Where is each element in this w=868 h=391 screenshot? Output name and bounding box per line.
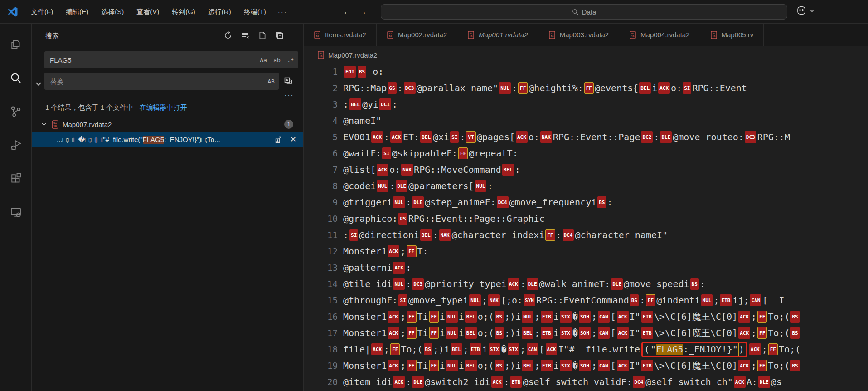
dismiss-result-icon[interactable]: ✕ (290, 135, 296, 144)
tab-Map004.rvdata2[interactable]: 0110Map004.rvdata2 (619, 24, 700, 46)
extensions-icon[interactable] (6, 169, 26, 189)
tab-Items.rvdata2[interactable]: 0110Items.rvdata2 (304, 24, 377, 46)
code-line-8: 8@codeiNUL:DLE@parameters[NUL: (304, 178, 868, 194)
code-text: : (433, 230, 438, 240)
control-char-badge-BS: BS (790, 311, 799, 323)
control-char-badge-DC4: DC4 (497, 196, 509, 208)
command-center-search[interactable]: Data (381, 4, 787, 20)
whole-word-toggle[interactable]: ab (271, 54, 283, 66)
control-char-badge-NUL: NUL (701, 294, 713, 306)
search-result-row-selected[interactable]: ...□;□i□�□;□[□I"# file.write("FLAG5:_ENJ… (32, 132, 303, 147)
tab-Map002.rvdata2[interactable]: 0110Map002.rvdata2 (377, 24, 457, 46)
code-text: o: (389, 164, 400, 175)
code-text: @move_speedi (624, 279, 689, 289)
code-line-11: 11:SI@directioniBEL:NAK@character_indexi… (304, 227, 868, 243)
open-in-editor-link[interactable]: 在编辑器中打开 (140, 103, 187, 111)
source-control-icon[interactable] (6, 102, 26, 122)
line-content: RPG::MapGS:DC3@parallax_name"NUL:FF@heig… (343, 82, 747, 94)
control-char-badge-NUL: NUL (499, 82, 511, 94)
code-text: ; (762, 344, 767, 355)
control-char-badge-ETB: ETB (510, 376, 522, 388)
code-line-1: 1EOTBS o: (304, 64, 868, 80)
control-char-badge-FF: FF (646, 294, 655, 306)
regex-toggle[interactable]: .* (285, 54, 296, 66)
control-char-badge-CAN: CAN (598, 311, 610, 323)
control-char-badge-NUL: NUL (446, 327, 458, 339)
control-char-badge-FF: FF (518, 82, 528, 94)
tab-Map001.rvdata2[interactable]: 0110Map001.rvdata2 (457, 24, 538, 46)
line-content: @throughF:SI@move_typeiNUL;NAK[;o:SYNRPG… (343, 294, 785, 306)
breadcrumb[interactable]: 01 10 Map007.rvdata2 (304, 46, 868, 64)
search-input-box: Aa ab .* (44, 51, 298, 68)
control-char-badge-ETB: ETB (541, 360, 553, 371)
line-content: @waitF:SI@skippableF:FF@repeatT: (343, 147, 518, 159)
copilot-button[interactable] (796, 5, 815, 15)
code-text: :_ENJOY!}")□;To... (164, 136, 220, 144)
run-debug-icon[interactable] (6, 135, 26, 155)
preserve-case-toggle[interactable]: AB (265, 75, 277, 87)
control-char-badge-NUL: NUL (446, 311, 458, 323)
control-char-badge-NUL: NUL (393, 196, 405, 208)
menu-item-5[interactable]: 运行(R) (202, 5, 238, 19)
control-char-badge-ETB: ETB (641, 327, 653, 339)
code-text: ; (400, 246, 406, 257)
code-line-6: 6@waitF:SI@skippableF:FF@repeatT: (304, 145, 868, 161)
code-editor[interactable]: 1EOTBS o:2RPG::MapGS:DC3@parallax_name"N… (304, 64, 868, 391)
menu-item-4[interactable]: 转到(G) (165, 5, 202, 19)
control-char-badge-SOH: SOH (579, 327, 591, 339)
search-icon[interactable] (6, 68, 26, 88)
menu-item-3[interactable]: 查看(V) (130, 5, 165, 19)
code-line-18: 18file|ACK;FFTo;(BS;)iBEL;ETBiSTX�STX;CA… (304, 341, 868, 357)
code-text: @character_indexi (452, 230, 545, 240)
remote-explorer-icon[interactable] (6, 202, 26, 222)
replace-all-icon[interactable] (282, 75, 295, 88)
tab-Map003.rvdata2[interactable]: 0110Map003.rvdata2 (538, 24, 619, 46)
control-char-badge-FF: FF (429, 327, 439, 339)
menu-item-6[interactable]: 终端(T) (238, 5, 272, 19)
code-text: @move_frequencyi (509, 197, 597, 208)
code-text: ; (463, 344, 469, 355)
explorer-icon[interactable] (6, 34, 26, 54)
more-menu-button[interactable]: ··· (272, 5, 293, 19)
menu-item-2[interactable]: 选择(S) (95, 5, 130, 19)
clear-search-results-icon[interactable] (240, 30, 251, 41)
result-file-row[interactable]: 01 10 Map007.rvdata2 (32, 117, 303, 132)
control-char-badge-FF: FF (584, 82, 594, 94)
line-number: 16 (304, 312, 338, 322)
replace-icon[interactable] (274, 135, 283, 144)
code-text: @character_nameI" (575, 230, 668, 240)
code-text: : (406, 262, 411, 273)
control-char-badge-DC3: DC3 (412, 278, 424, 290)
toggle-replace-chevron-icon[interactable] (34, 80, 43, 88)
code-text: : (640, 295, 645, 306)
nav-forward-button[interactable]: → (356, 6, 369, 18)
search-input[interactable] (44, 56, 257, 64)
menu-item-0[interactable]: 文件(F) (24, 5, 59, 19)
code-text: RPG::Event (692, 83, 747, 93)
control-char-badge-BEL: BEL (451, 343, 462, 355)
code-text: � (572, 311, 578, 322)
control-char-badge-ACK: ACK (617, 311, 629, 323)
control-char-badge-BS: BS (495, 327, 504, 339)
code-text: I" (630, 327, 640, 338)
new-search-editor-icon[interactable] (257, 30, 268, 41)
control-char-badge-SI: SI (382, 147, 391, 159)
binary-file-icon: 01 10 (51, 120, 59, 129)
menu-item-1[interactable]: 编辑(E) (59, 5, 95, 19)
control-char-badge-SOH: SOH (579, 360, 591, 371)
toggle-search-details-button[interactable]: ··· (283, 91, 296, 101)
control-char-badge-FF: FF (390, 343, 400, 355)
tab-Map005.rv[interactable]: 0110Map005.rv (700, 24, 764, 46)
svg-text:10: 10 (470, 35, 473, 38)
code-text: Monster1 (343, 327, 387, 338)
code-text: ; (592, 360, 597, 371)
control-char-badge-DLE: DLE (412, 196, 424, 208)
collapse-all-icon[interactable] (274, 30, 285, 41)
refresh-icon[interactable] (223, 30, 233, 41)
replace-input[interactable] (44, 78, 265, 85)
line-number: 14 (304, 279, 338, 289)
nav-back-button[interactable]: ← (341, 6, 354, 18)
match-case-toggle[interactable]: Aa (257, 54, 269, 66)
control-char-badge-DC2: DC2 (641, 131, 653, 143)
control-char-badge-BEL: BEL (420, 131, 432, 143)
